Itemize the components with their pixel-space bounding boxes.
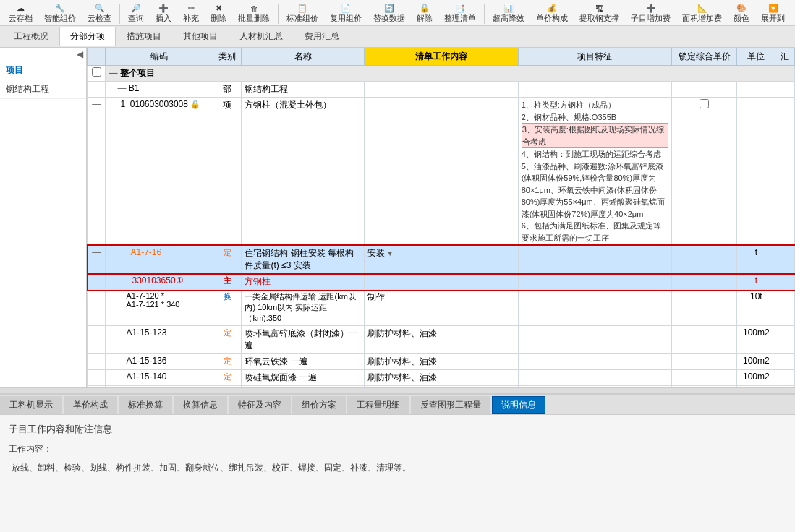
tab-other[interactable]: 其他项目	[172, 27, 229, 46]
cell-code: A1-7-120 *A1-7-121 * 340	[106, 290, 213, 326]
toolbar-item-add-fee[interactable]: ➕ 子目增加费	[626, 1, 676, 26]
toolbar-item-unit-price[interactable]: 💰 单价构成	[531, 1, 573, 26]
bottom-tab-std-convert[interactable]: 标准换算	[119, 396, 172, 414]
toolbar-item-extract-steel[interactable]: 🏗 提取钢支撑	[574, 2, 624, 26]
toolbar-item-organize[interactable]: 📑 整理清单	[439, 1, 481, 26]
cell-content: 刷防护材料、油漆	[365, 354, 518, 370]
bottom-tab-unit-price[interactable]: 单价构成	[64, 396, 117, 414]
cell-type	[213, 386, 242, 388]
table-row-a1-15-140: A1-15-140 定 喷硅氧烷面漆 一遍 刷防护材料、油漆 100m2	[88, 370, 795, 386]
toolbar-item-std-price[interactable]: 📋 标准组价	[281, 1, 323, 26]
toolbar-item-batch-delete[interactable]: 🗑 批量删除	[233, 2, 275, 26]
toolbar-item-query[interactable]: 🔎 查询	[123, 1, 149, 26]
toolbar-item-insert[interactable]: ➕ 插入	[150, 1, 177, 26]
expand-icon-sub1[interactable]: —	[92, 247, 101, 257]
toolbar-item-reuse-price[interactable]: 📄 复用组价	[325, 1, 367, 26]
expand-icon-item1[interactable]: —	[92, 99, 101, 109]
cell-unit: t	[737, 246, 775, 274]
row-check[interactable]	[88, 370, 106, 386]
bottom-tabs: 工料机显示 单价构成 标准换算 换算信息 特征及内容 组价方案 工程量明细 反查…	[0, 395, 795, 415]
expand-icon[interactable]: —	[109, 68, 117, 78]
row-check[interactable]	[88, 66, 106, 82]
row-check[interactable]	[88, 354, 106, 370]
tab-measures[interactable]: 措施项目	[116, 27, 172, 46]
toolbar-item-expand[interactable]: 🔽 展开到	[756, 1, 790, 26]
cell-code: A1-15-140	[106, 370, 213, 386]
main-tabs: 工程概况 分部分项 措施项目 其他项目 人材机汇总 费用汇总	[0, 26, 795, 48]
cell-code: A1-15-136	[106, 354, 213, 370]
col-hui: 汇	[775, 48, 795, 66]
sidebar: ◀ 项目 钢结构工程	[0, 48, 87, 387]
cell-type: 换	[213, 290, 242, 326]
horizontal-scrollbar[interactable]	[0, 387, 795, 393]
col-type: 类别	[213, 48, 242, 66]
main-table-container[interactable]: 编码 类别 名称 清单工作内容 项目特征 锁定综合单价 单位 汇 — 整个项目 …	[87, 48, 795, 387]
toolbar-item-release[interactable]: 🔓 解除	[412, 1, 438, 26]
row-check[interactable]	[88, 274, 106, 290]
cell-hui	[775, 386, 795, 388]
table-row-a1-15-123: A1-15-123 定 喷环氧富锌底漆（封闭漆）一遍 刷防护材料、油漆 100m…	[88, 326, 795, 354]
cell-name: 方钢柱（混凝土外包）	[242, 98, 365, 246]
cell-content	[365, 386, 518, 388]
toolbar-item-area-fee[interactable]: 📐 面积增加费	[677, 1, 727, 26]
toolbar-item-supplement[interactable]: ✏ 补充	[178, 1, 204, 26]
table-row-b1: — B1 部 钢结构工程	[88, 82, 795, 98]
tab-cost[interactable]: 费用汇总	[294, 27, 350, 46]
bottom-tab-price-plan[interactable]: 组价方案	[292, 396, 346, 414]
bottom-panel: 工料机显示 单价构成 标准换算 换算信息 特征及内容 组价方案 工程量明细 反查…	[0, 393, 795, 532]
col-feature: 项目特征	[518, 48, 671, 66]
bottom-tab-reverse-check[interactable]: 反查图形工程量	[411, 396, 490, 414]
cell-type: 定	[213, 354, 242, 370]
col-check	[88, 48, 106, 66]
sidebar-item-steel[interactable]: 钢结构工程	[0, 80, 86, 99]
cell-code	[106, 386, 213, 388]
cell-name: 喷环氧富锌底漆（封闭漆）一遍	[242, 326, 365, 354]
toolbar-item-replace-data[interactable]: 🔄 替换数据	[368, 1, 410, 26]
row-check[interactable]	[88, 326, 106, 354]
toolbar-item-delete[interactable]: ✖ 删除	[205, 1, 231, 26]
toolbar-item-cloud-save[interactable]: ☁ 云存档	[3, 1, 38, 26]
dropdown-arrow[interactable]: ▼	[386, 249, 394, 257]
cell-hui	[775, 326, 795, 354]
cell-name: 方钢柱	[242, 274, 365, 290]
toolbar-item-smart-price[interactable]: 🔧 智能组价	[39, 1, 81, 26]
cell-name: 住宅钢结构 钢柱安装 每根构件质量(t) ≤3 安装	[242, 246, 365, 274]
cell-type: 定	[213, 326, 242, 354]
row-check[interactable]	[88, 290, 106, 326]
cell-feature	[518, 246, 671, 274]
cell-lock	[672, 290, 737, 326]
cell-unit	[737, 386, 775, 388]
toolbar-item-super-high[interactable]: 📊 超高降效	[488, 1, 530, 26]
bottom-work-label: 工作内容：	[9, 442, 786, 458]
cell-hui	[775, 354, 795, 370]
cell-content: 刷防护材料、油漆	[365, 326, 518, 354]
bottom-tab-feature-content[interactable]: 特征及内容	[229, 396, 291, 414]
main-table: 编码 类别 名称 清单工作内容 项目特征 锁定综合单价 单位 汇 — 整个项目 …	[87, 48, 795, 387]
main-content: ◀ 项目 钢结构工程 编码 类别 名称 清单工作内容 项目特征 锁定综合单价 单…	[0, 48, 795, 387]
tab-parts[interactable]: 分部分项	[59, 27, 116, 46]
bottom-tab-materials[interactable]: 工料机显示	[0, 396, 62, 414]
bottom-tab-convert-info[interactable]: 换算信息	[174, 396, 227, 414]
toolbar-item-cloud-check[interactable]: 🔍 云检查	[82, 1, 116, 26]
row-check[interactable]: —	[88, 246, 106, 274]
cell-unit: 10t	[737, 290, 775, 326]
row-check[interactable]	[88, 82, 106, 98]
cell-code: 1 010603003008 🔒	[106, 98, 213, 246]
sidebar-item-project[interactable]: 项目	[0, 61, 86, 80]
bottom-tab-qty-detail[interactable]: 工程量明细	[347, 396, 409, 414]
row-check[interactable]: —	[88, 386, 106, 388]
bottom-tab-info[interactable]: 说明信息	[492, 396, 545, 414]
tab-overview[interactable]: 工程概况	[3, 27, 59, 46]
cell-hui	[775, 290, 795, 326]
sidebar-collapse[interactable]: ◀	[0, 48, 86, 61]
cell-type: 定	[213, 370, 242, 386]
cell-feature	[518, 326, 671, 354]
row-check[interactable]: —	[88, 98, 106, 246]
cell-feature	[518, 354, 671, 370]
cell-name: 喷硅氧烷面漆 一遍	[242, 370, 365, 386]
expand-icon-b1[interactable]: —	[117, 83, 126, 93]
cell-code: 330103650①	[106, 274, 213, 290]
tab-materials[interactable]: 人材机汇总	[229, 27, 294, 46]
toolbar-item-color[interactable]: 🎨 颜色	[728, 1, 754, 26]
separator-3	[484, 4, 485, 24]
